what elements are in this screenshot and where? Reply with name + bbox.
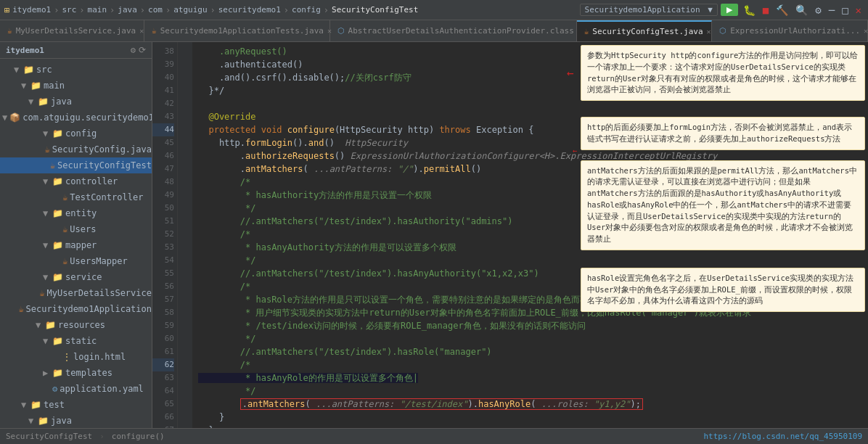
tree-item-templates[interactable]: ▶📁 templates bbox=[0, 365, 152, 381]
breadcrumb-securitydemo1[interactable]: securitydemo1 bbox=[218, 5, 281, 15]
tree-label: SecurityConfig.java bbox=[52, 143, 152, 156]
tree-label: com.atguigu.securitydemo1 bbox=[22, 111, 152, 124]
tree-item-resources[interactable]: ▼📁 resources bbox=[0, 317, 152, 333]
expand-icon: ▼ bbox=[43, 271, 50, 284]
tree-item-package[interactable]: ▼📦 com.atguigu.securitydemo1 bbox=[0, 110, 152, 126]
tree-item-users[interactable]: ☕ Users bbox=[0, 221, 152, 237]
tab-close-icon[interactable]: ✕ bbox=[864, 27, 868, 35]
tab-icon: ☕ bbox=[584, 27, 589, 36]
breadcrumb-atguigu[interactable]: atguigu bbox=[173, 5, 207, 15]
tab-close-icon[interactable]: ✕ bbox=[707, 28, 711, 36]
main-area: itydemo1 ⚙ ⟳ ▼📁 src ▼📁 main ▼📁 java ▼📦 c… bbox=[0, 42, 868, 428]
tree-item-securitydemo1app[interactable]: ☕ Securitydemo1Application bbox=[0, 301, 152, 317]
tree-label: Securitydemo1Application bbox=[26, 303, 152, 316]
java-file-icon: ☕ bbox=[18, 303, 23, 316]
tree-item-test-java[interactable]: ▼📁 java bbox=[0, 413, 152, 428]
tab-icon: ⬡ bbox=[719, 26, 726, 36]
tree-item-myuserdetailsservice[interactable]: ☕ MyUserDetailsService bbox=[0, 285, 152, 301]
minimize-icon[interactable]: ─ bbox=[827, 4, 837, 16]
search-icon[interactable]: 🔍 bbox=[793, 4, 810, 16]
tree-item-appyaml[interactable]: ⚙ application.yaml bbox=[0, 381, 152, 397]
status-file: SecurityConfigTest bbox=[6, 432, 92, 441]
breadcrumb-src[interactable]: src bbox=[62, 5, 76, 15]
tree-item-java[interactable]: ▼📁 java bbox=[0, 94, 152, 110]
app-label-text: Securitydemo1Application bbox=[585, 5, 700, 15]
tree-item-static[interactable]: ▼📁 static bbox=[0, 333, 152, 349]
sidebar-settings-icon[interactable]: ⚙ bbox=[131, 45, 136, 55]
debug-icon[interactable]: 🐛 bbox=[741, 4, 758, 16]
expand-icon: ▼ bbox=[43, 334, 50, 348]
status-bar: SecurityConfigTest › configure() https:/… bbox=[0, 428, 868, 444]
tab-label: Securitydemo1ApplicationTests.java bbox=[160, 26, 324, 36]
java-file-icon: ☕ bbox=[44, 143, 49, 156]
folder-icon: 📁 bbox=[23, 63, 34, 76]
tree-label: src bbox=[36, 63, 52, 76]
expand-icon: ▼ bbox=[28, 95, 36, 108]
tree-label: config bbox=[65, 127, 97, 140]
code-content[interactable]: .anyRequest() .authenticated() .and().cs… bbox=[192, 42, 868, 428]
tab-label: MyUserDetailsService.java bbox=[16, 26, 136, 36]
sidebar-sync-icon[interactable]: ⟳ bbox=[139, 45, 146, 55]
breadcrumb-java[interactable]: java bbox=[118, 5, 137, 15]
expand-icon: ▼ bbox=[21, 79, 28, 92]
run-button[interactable]: ▶ bbox=[721, 4, 738, 16]
breadcrumb-config[interactable]: config bbox=[292, 5, 321, 15]
folder-icon: 📁 bbox=[30, 79, 41, 92]
tab-securitydemo1applicationtests[interactable]: ☕ Securitydemo1ApplicationTests.java ✕ bbox=[144, 20, 329, 41]
tree-item-testcontroller[interactable]: ☕ TestController bbox=[0, 189, 152, 205]
tree-item-src[interactable]: ▼📁 src bbox=[0, 62, 152, 78]
folder-icon: 📁 bbox=[52, 207, 63, 220]
java-file-icon: ☕ bbox=[50, 159, 55, 172]
breadcrumb-SecurityConfigTest[interactable]: SecurityConfigTest bbox=[332, 5, 418, 15]
breadcrumb-main[interactable]: main bbox=[88, 5, 107, 15]
dropdown-icon: ▼ bbox=[708, 5, 713, 15]
sidebar: itydemo1 ⚙ ⟳ ▼📁 src ▼📁 main ▼📁 java ▼📦 c… bbox=[0, 42, 152, 428]
breadcrumb-com[interactable]: com bbox=[148, 5, 163, 15]
tree-label: UsersMapper bbox=[70, 255, 127, 268]
tree-item-loginhtml[interactable]: ⋮ login.html bbox=[0, 349, 152, 365]
tree-item-controller[interactable]: ▼📁 controller bbox=[0, 173, 152, 189]
tree-label: mapper bbox=[65, 239, 97, 252]
code-editor[interactable]: 3839404142 4344454647 4849505152 5354555… bbox=[152, 42, 868, 428]
tree-item-entity[interactable]: ▼📁 entity bbox=[0, 205, 152, 221]
tab-close-icon[interactable]: ✕ bbox=[139, 27, 144, 35]
expand-icon: ▶ bbox=[43, 366, 50, 379]
folder-icon: 📁 bbox=[52, 271, 63, 284]
breadcrumb-itydemo1[interactable]: itydemo1 bbox=[12, 5, 51, 15]
sidebar-header: itydemo1 ⚙ ⟳ bbox=[0, 42, 152, 59]
folder-icon: 📁 bbox=[45, 318, 56, 332]
build-icon[interactable]: 🔨 bbox=[774, 4, 790, 16]
tree-item-config[interactable]: ▼📁 config bbox=[0, 126, 152, 141]
tree-item-usersmapper[interactable]: ☕ UsersMapper bbox=[0, 253, 152, 269]
status-url[interactable]: https://blog.csdn.net/qq_45950109 bbox=[703, 432, 862, 441]
tree-label: java bbox=[51, 414, 72, 427]
tree-label: TestController bbox=[70, 191, 143, 204]
tree-item-main[interactable]: ▼📁 main bbox=[0, 78, 152, 94]
tree-label: entity bbox=[65, 207, 97, 220]
tree-item-securityconfig[interactable]: ☕ SecurityConfig.java bbox=[0, 141, 152, 157]
tree-item-securityconfigtest[interactable]: ☕ SecurityConfigTest bbox=[0, 157, 152, 173]
tab-securityconfigtest[interactable]: ☕ SecurityConfigTest.java ✕ bbox=[577, 20, 713, 41]
status-method: configure() bbox=[112, 432, 165, 441]
expand-icon: ▼ bbox=[21, 398, 28, 411]
tree-label: test bbox=[44, 398, 65, 411]
tree-item-test[interactable]: ▼📁 test bbox=[0, 397, 152, 413]
expand-icon: ▼ bbox=[28, 414, 36, 427]
close-icon[interactable]: ✕ bbox=[853, 4, 864, 16]
app-selector[interactable]: Securitydemo1Application ▼ bbox=[580, 4, 718, 16]
tree-label: login.html bbox=[73, 350, 126, 363]
folder-icon: 📁 bbox=[52, 334, 63, 348]
tab-expressionurlauthorization[interactable]: ⬡ ExpressionUrlAuthorizati... ✕ bbox=[712, 20, 868, 41]
settings-icon[interactable]: ⚙ bbox=[813, 4, 823, 16]
folder-icon: 📁 bbox=[38, 95, 49, 108]
tab-abstractuserdetails[interactable]: ⬡ AbstractUserDetailsAuthenticationProvi… bbox=[330, 20, 577, 41]
folder-icon: 📁 bbox=[38, 414, 49, 427]
maximize-icon[interactable]: □ bbox=[840, 4, 850, 16]
tree-label: application.yaml bbox=[60, 382, 144, 395]
tree-label: Users bbox=[70, 223, 96, 236]
tree-item-mapper[interactable]: ▼📁 mapper bbox=[0, 237, 152, 253]
tab-myuserdetailsservice[interactable]: ☕ MyUserDetailsService.java ✕ bbox=[0, 20, 144, 41]
tab-label: SecurityConfigTest.java bbox=[592, 27, 703, 36]
stop-icon[interactable]: ■ bbox=[761, 4, 771, 16]
tree-item-service[interactable]: ▼📁 service bbox=[0, 269, 152, 285]
